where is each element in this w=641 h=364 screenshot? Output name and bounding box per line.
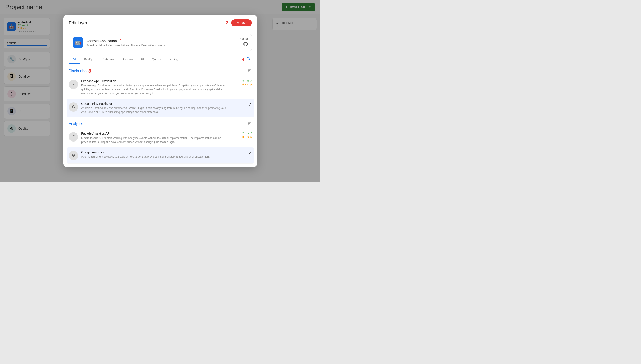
google-play-right: ✓ xyxy=(234,102,252,107)
app-info-right: 0.0.30 xyxy=(240,38,248,48)
analytics-section-header: Analytics xyxy=(69,118,252,128)
google-analytics-desc: App measurement solution, available at n… xyxy=(81,155,231,159)
firebase-content: Firebase App Distribution Firebase App D… xyxy=(81,79,231,96)
step2-badge: 2 xyxy=(226,20,228,26)
app-description: Based on Jetpack Compose, Hilt and Mater… xyxy=(86,44,237,47)
tab-dataflow[interactable]: Dataflow xyxy=(98,55,118,64)
firebase-distribution-row[interactable]: F Firebase App Distribution Firebase App… xyxy=(69,76,252,99)
search-button[interactable] xyxy=(246,56,252,63)
modal-header-right: 2 Remove xyxy=(226,19,252,26)
google-play-row[interactable]: G Google Play Publisher Android's unoffi… xyxy=(66,99,254,118)
firebase-name: Firebase App Distribution xyxy=(81,79,231,83)
facade-hours-green: 2 Hrs ↺ xyxy=(242,132,252,135)
tab-quality[interactable]: Quality xyxy=(148,55,165,64)
step4-badge: 4 xyxy=(242,57,244,62)
distribution-title: Distribution xyxy=(69,69,86,73)
tab-testing[interactable]: Testing xyxy=(165,55,182,64)
google-analytics-name: Google Analytics xyxy=(81,150,231,154)
google-analytics-avatar: G xyxy=(69,151,78,160)
tab-all[interactable]: All xyxy=(69,55,80,64)
app-info-text: Android Application 1 Based on Jetpack C… xyxy=(86,38,237,47)
google-play-desc: Android's unofficial release automation … xyxy=(81,106,231,114)
tabs-left: All DevOps Dataflow Userflow UI Quality … xyxy=(69,55,182,64)
google-analytics-content: Google Analytics App measurement solutio… xyxy=(81,150,231,159)
google-play-avatar: G xyxy=(69,102,78,112)
tab-ui[interactable]: UI xyxy=(137,55,148,64)
modal-title: Edit layer xyxy=(69,20,87,26)
facade-content: Facade Analytics API Simple facade API t… xyxy=(81,132,231,144)
facade-hours-orange: 0 Hrs ⊘ xyxy=(242,136,252,138)
distribution-section-header: Distribution 3 xyxy=(69,64,252,76)
google-play-name: Google Play Publisher xyxy=(81,102,231,106)
firebase-avatar: F xyxy=(69,80,78,89)
google-play-content: Google Play Publisher Android's unoffici… xyxy=(81,102,231,114)
modal-header: Edit layer 2 Remove xyxy=(64,15,257,30)
firebase-right: 8 Hrs ↺ 0 Hrs ⊘ xyxy=(234,79,252,86)
filter-icon[interactable] xyxy=(248,68,252,74)
tab-userflow[interactable]: Userflow xyxy=(118,55,137,64)
google-play-check-icon: ✓ xyxy=(248,102,252,107)
facade-right: 2 Hrs ↺ 0 Hrs ⊘ xyxy=(234,132,252,138)
firebase-hours-orange: 0 Hrs ⊘ xyxy=(242,83,252,86)
app-version: 0.0.30 xyxy=(240,38,248,41)
tabs-row: All DevOps Dataflow Userflow UI Quality … xyxy=(64,55,257,64)
google-analytics-row[interactable]: G Google Analytics App measurement solut… xyxy=(66,147,254,164)
step1-badge: 1 xyxy=(120,38,122,43)
app-android-icon: 🤖 xyxy=(72,37,83,48)
modal-body: Distribution 3 F Firebase App Distributi… xyxy=(64,64,257,167)
app-info-card: 🤖 Android Application 1 Based on Jetpack… xyxy=(69,34,252,51)
edit-layer-modal: Edit layer 2 Remove 🤖 Android Applicatio… xyxy=(64,15,257,167)
google-analytics-check-icon: ✓ xyxy=(248,150,252,156)
facade-avatar: F xyxy=(69,132,78,142)
app-name: Android Application 1 xyxy=(86,38,237,44)
google-analytics-right: ✓ xyxy=(234,150,252,156)
analytics-title: Analytics xyxy=(69,122,83,126)
firebase-hours-green: 8 Hrs ↺ xyxy=(242,79,252,82)
remove-button[interactable]: Remove xyxy=(231,19,252,26)
step3-badge: 3 xyxy=(88,68,91,74)
facade-name: Facade Analytics API xyxy=(81,132,231,135)
github-icon xyxy=(240,42,248,48)
tab-devops[interactable]: DevOps xyxy=(80,55,98,64)
facade-analytics-row[interactable]: F Facade Analytics API Simple facade API… xyxy=(69,128,252,147)
facade-desc: Simple facade API to start working with … xyxy=(81,136,231,144)
tabs-right: 4 xyxy=(242,56,252,63)
firebase-desc: Firebase App Distribution makes distribu… xyxy=(81,84,231,96)
analytics-filter-icon[interactable] xyxy=(248,122,252,126)
